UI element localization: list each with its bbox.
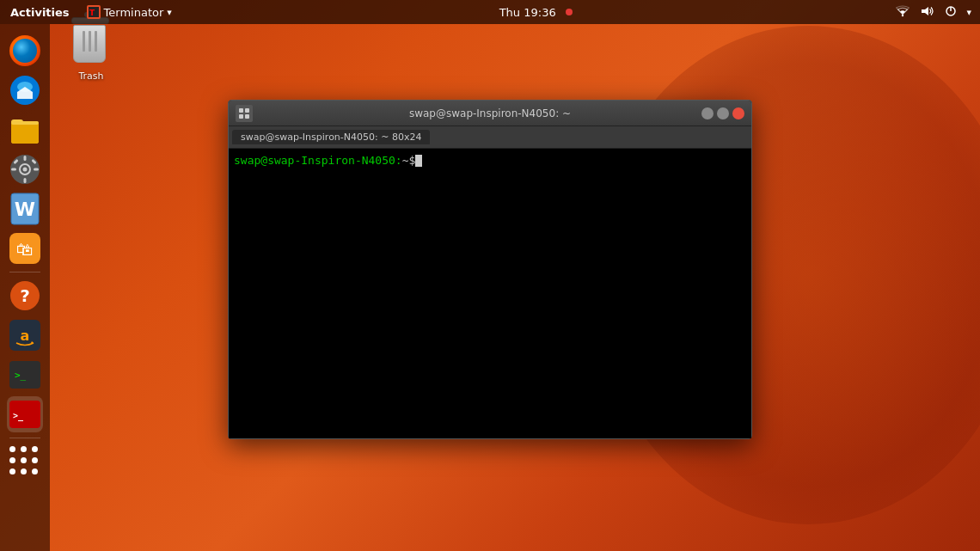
volume-icon[interactable]	[916, 5, 937, 20]
prompt-symbol: ~$	[402, 154, 416, 167]
topbar-right-icons: ▾	[892, 5, 980, 20]
svg-text:W: W	[15, 199, 35, 220]
terminal-layout-button[interactable]	[236, 105, 253, 122]
terminator-app-icon: T	[87, 5, 101, 19]
sidebar-item-firefox[interactable]	[7, 33, 43, 69]
svg-text:>_: >_	[13, 411, 24, 421]
svg-text:>_: >_	[15, 370, 27, 381]
svg-rect-17	[24, 178, 27, 183]
amazon-icon: a	[9, 320, 40, 351]
sidebar-item-files[interactable]	[7, 112, 43, 148]
terminal-window: swap@swap-Inspiron-N4050: ~ swap@swap-In…	[228, 100, 752, 439]
writer-icon: W	[10, 193, 40, 225]
sidebar-item-terminal[interactable]: >_	[7, 357, 43, 393]
topbar-clock: Thu 19:36	[179, 6, 893, 19]
topbar-dropdown[interactable]: ▾	[965, 7, 973, 18]
sidebar-item-amazon[interactable]: a	[7, 317, 43, 353]
appstore-icon: 🛍	[9, 233, 40, 264]
terminal-body[interactable]: swap@swap-Inspiron-N4050:~$	[229, 149, 751, 438]
svg-text:T: T	[89, 9, 95, 17]
trash-desktop-icon[interactable]: Trash	[70, 26, 112, 82]
svg-text:🛍: 🛍	[16, 239, 34, 260]
window-close-button[interactable]	[732, 107, 744, 119]
notification-dot	[566, 9, 573, 15]
layout-icon	[239, 108, 249, 119]
help-icon: ?	[9, 280, 40, 311]
window-minimize-button[interactable]	[701, 107, 714, 119]
svg-rect-16	[24, 156, 27, 161]
terminator-icon: >_	[9, 401, 40, 428]
svg-marker-3	[922, 7, 928, 15]
terminal-titlebar[interactable]: swap@swap-Inspiron-N4050: ~	[229, 101, 751, 126]
svg-point-15	[23, 168, 28, 172]
svg-text:a: a	[21, 328, 30, 344]
svg-rect-12	[11, 121, 39, 125]
sidebar-item-show-apps[interactable]	[7, 444, 43, 480]
sidebar-item-terminator[interactable]: >_	[7, 396, 43, 432]
sidebar-item-appstore[interactable]: 🛍	[7, 230, 43, 266]
trash-lines	[79, 31, 100, 52]
topbar-app-menu[interactable]: T Terminator ▾	[80, 0, 179, 24]
window-maximize-button[interactable]	[717, 107, 729, 119]
trash-icon-image	[70, 26, 112, 67]
svg-rect-19	[34, 168, 39, 171]
sidebar-item-thunderbird[interactable]	[7, 72, 43, 108]
terminal-tab-1[interactable]: swap@swap-Inspiron-N4050: ~ 80x24	[232, 130, 430, 144]
terminal-tabbar: swap@swap-Inspiron-N4050: ~ 80x24	[229, 126, 751, 149]
sidebar-item-help[interactable]: ?	[7, 278, 43, 314]
terminal-window-buttons	[701, 107, 744, 119]
svg-text:?: ?	[20, 285, 30, 306]
terminal-icon: >_	[9, 361, 40, 389]
terminal-prompt-line: swap@swap-Inspiron-N4050:~$	[234, 154, 746, 167]
activities-button[interactable]: Activities	[0, 0, 80, 24]
files-icon	[9, 114, 40, 145]
system-icon[interactable]	[940, 5, 961, 20]
wifi-icon[interactable]	[892, 5, 913, 20]
sidebar-separator-2	[9, 438, 40, 438]
topbar: Activities T Terminator ▾ Thu 19:36	[0, 0, 980, 24]
sidebar-item-settings[interactable]	[7, 151, 43, 187]
terminal-window-title: swap@swap-Inspiron-N4050: ~	[409, 107, 571, 119]
terminal-cursor	[415, 155, 422, 167]
sidebar-separator-1	[9, 272, 40, 272]
thunderbird-icon	[9, 75, 40, 106]
sidebar: W 🛍 ? a >_ >_	[0, 24, 50, 551]
trash-body	[73, 25, 106, 63]
firefox-icon	[9, 35, 40, 66]
svg-point-2	[902, 14, 903, 15]
svg-rect-18	[11, 168, 16, 171]
show-apps-icon	[9, 446, 40, 477]
prompt-user: swap@swap-Inspiron-N4050:	[234, 154, 402, 167]
settings-icon	[9, 154, 40, 185]
sidebar-item-writer[interactable]: W	[7, 191, 43, 227]
trash-label: Trash	[78, 70, 103, 82]
